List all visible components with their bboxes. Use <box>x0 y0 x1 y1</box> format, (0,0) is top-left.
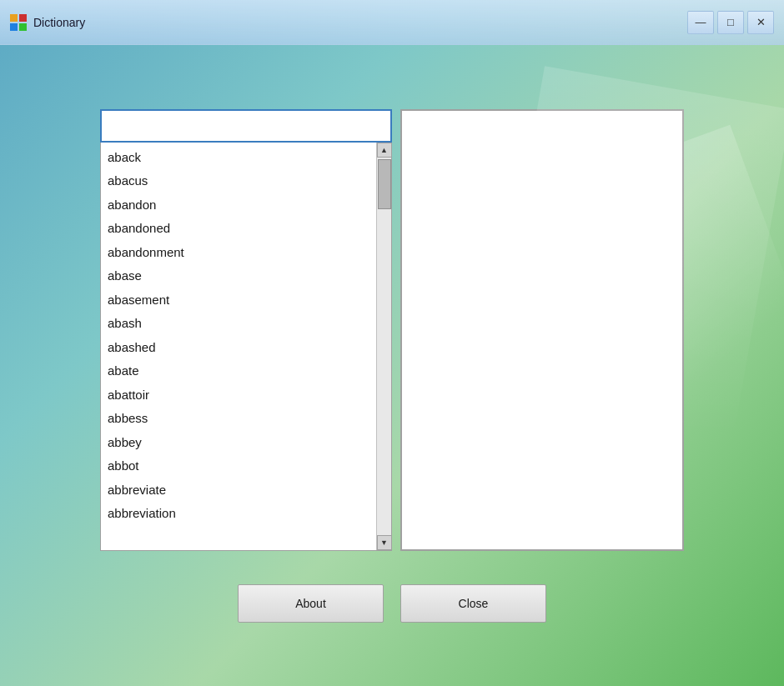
svg-rect-2 <box>10 23 18 31</box>
window-controls: — □ ✕ <box>687 11 774 34</box>
list-item[interactable]: abandoned <box>101 217 376 241</box>
list-item[interactable]: abbey <box>101 431 376 455</box>
application-window: Dictionary — □ ✕ abackabacusabandonaband… <box>0 0 784 686</box>
close-button[interactable]: Close <box>400 584 546 623</box>
list-item[interactable]: abasement <box>101 288 376 313</box>
list-item[interactable]: abashed <box>101 336 376 360</box>
svg-rect-1 <box>19 14 27 22</box>
scroll-track <box>377 158 391 535</box>
about-button[interactable]: About <box>238 584 384 623</box>
window-title: Dictionary <box>33 16 687 29</box>
list-item[interactable]: abandonment <box>101 241 376 265</box>
scrollbar: ▲ ▼ <box>376 143 391 550</box>
svg-rect-3 <box>19 23 27 31</box>
list-item[interactable]: abbreviate <box>101 478 376 503</box>
list-item[interactable]: abbess <box>101 407 376 431</box>
close-window-button[interactable]: ✕ <box>747 11 774 34</box>
app-icon <box>10 14 27 31</box>
word-list-section: abackabacusabandonabandonedabandonmentab… <box>100 109 392 551</box>
svg-rect-0 <box>10 14 18 22</box>
list-item[interactable]: abandon <box>101 193 376 218</box>
list-item[interactable]: abacus <box>101 169 376 193</box>
main-panel: abackabacusabandonabandonedabandonmentab… <box>100 109 684 551</box>
list-item[interactable]: abbot <box>101 454 376 478</box>
list-item[interactable]: abbreviation <box>101 502 376 526</box>
minimize-button[interactable]: — <box>687 11 714 34</box>
scroll-down-arrow[interactable]: ▼ <box>377 535 392 550</box>
list-item[interactable]: abattoir <box>101 383 376 408</box>
list-item[interactable]: abash <box>101 312 376 336</box>
bottom-bar: About Close <box>238 584 546 623</box>
scroll-thumb[interactable] <box>378 159 391 209</box>
main-content: abackabacusabandonabandonedabandonmentab… <box>0 45 784 686</box>
definition-panel <box>400 109 684 551</box>
scroll-up-arrow[interactable]: ▲ <box>377 143 392 158</box>
word-list-container: abackabacusabandonabandonedabandonmentab… <box>100 143 392 551</box>
list-item[interactable]: abate <box>101 359 376 383</box>
list-item[interactable]: abase <box>101 264 376 288</box>
list-item[interactable]: aback <box>101 146 376 170</box>
maximize-button[interactable]: □ <box>717 11 744 34</box>
search-input[interactable] <box>100 109 392 143</box>
title-bar: Dictionary — □ ✕ <box>0 0 784 45</box>
word-list: abackabacusabandonabandonedabandonmentab… <box>101 143 376 550</box>
